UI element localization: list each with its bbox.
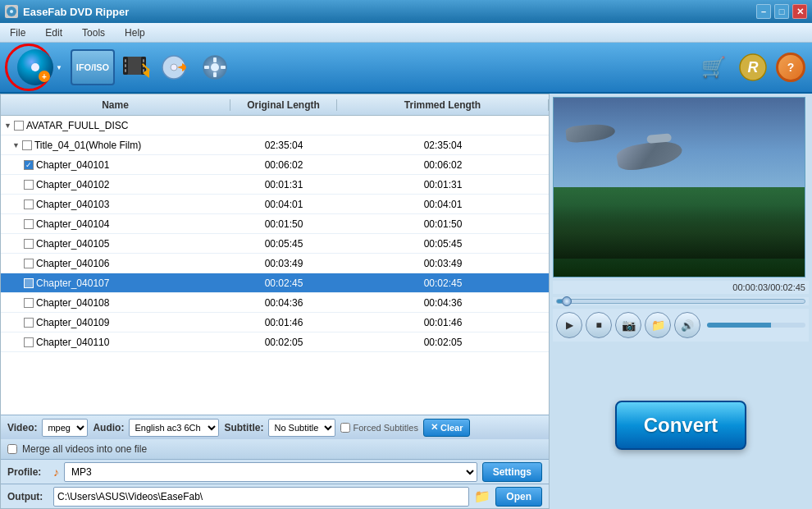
volume-icon: 🔊 [681,319,694,332]
tree-checkbox[interactable] [24,298,34,308]
subtitle-select[interactable]: No Subtitle Subtitle Forced Subtitles [268,419,335,437]
tree-checkbox[interactable] [24,278,34,288]
forced-subtitles-check[interactable]: Forced Subtitles [340,423,417,433]
forced-subtitles-label: Forced Subtitles [353,423,417,433]
forced-subtitles-checkbox[interactable] [340,423,350,433]
volume-button[interactable]: 🔊 [674,312,700,338]
tree-item-label: Chapter_040107 [36,277,109,289]
tree-checkbox[interactable] [24,219,34,229]
convert-button[interactable]: Convert [615,401,746,450]
tree-row[interactable]: Chapter_040108 00:04:36 00:04:36 [1,293,549,313]
right-panel: 00:00:03/00:02:45 ▶ ■ 📷 📁 🔊 [550,94,812,509]
media-controls-bar: Video: mpeg Audio: English ac3 6Ch Subti… [1,415,549,439]
audio-label: Audio: [93,422,124,433]
tree-cell-name: Chapter_040101 [1,159,230,171]
svg-rect-8 [143,59,144,62]
tree-rows-wrapper[interactable]: ▼ AVATAR_FUULL_DISC ▼ Title_04_01(Whole … [1,116,549,415]
dvd-load-button[interactable]: + ▼ [7,45,64,89]
video-select[interactable]: mpeg [42,419,88,437]
tree-cell-trimmed: 00:02:45 [337,277,549,289]
svg-point-16 [211,63,219,71]
merge-checkbox[interactable] [7,444,17,454]
app-title: EaseFab DVD Ripper [23,6,129,18]
expand-arrow[interactable]: ▼ [12,141,20,149]
settings-button[interactable]: Settings [482,462,542,482]
tree-row[interactable]: Chapter_040104 00:01:50 00:01:50 [1,214,549,234]
tree-row[interactable]: Chapter_040110 00:02:05 00:02:05 [1,332,549,352]
tree-item-label: Chapter_040101 [36,159,109,171]
tree-cell-trimmed: 00:04:36 [337,297,549,309]
tree-row[interactable]: Chapter_040102 00:01:31 00:01:31 [1,175,549,195]
tree-checkbox[interactable] [24,318,34,328]
tree-checkbox[interactable] [24,199,34,209]
tree-row[interactable]: Chapter_040101 00:06:02 00:06:02 [1,155,549,175]
profile-select[interactable]: MP3 [64,462,477,482]
tree-row[interactable]: Chapter_040109 00:01:46 00:01:46 [1,313,549,332]
tree-row[interactable]: Chapter_040105 00:05:45 00:05:45 [1,234,549,254]
open-button[interactable]: Open [495,487,542,507]
clear-label: Clear [440,423,463,433]
svg-rect-7 [125,69,126,72]
output-path-input[interactable] [53,487,469,507]
maximize-button[interactable]: □ [774,4,789,19]
subtitle-label: Subtitle: [224,422,263,433]
tree-cell-original: 00:03:49 [230,258,337,269]
tree-checkbox[interactable] [24,337,34,347]
close-button[interactable]: ✕ [792,4,807,19]
tree-checkbox[interactable] [14,121,24,131]
film-edit-icon [121,53,151,81]
tree-checkbox[interactable] [22,140,32,150]
tree-checkbox[interactable] [24,180,34,190]
svg-point-1 [10,10,13,13]
help-button[interactable]: ? [776,53,805,82]
clear-button[interactable]: ✕ Clear [423,419,471,437]
svg-rect-20 [221,66,226,69]
register-button[interactable]: R [737,51,769,84]
toolbar: + ▼ IFO/ISO [0,43,812,94]
ifo-iso-button[interactable]: IFO/ISO [71,49,115,85]
tree-row-selected[interactable]: Chapter_040107 00:02:45 00:02:45 [1,273,549,293]
audio-select[interactable]: English ac3 6Ch [129,419,219,437]
video-frame [554,98,805,277]
open-folder-button[interactable]: 📁 [645,312,671,338]
tree-item-label: Chapter_040103 [36,199,109,210]
play-button[interactable]: ▶ [556,312,582,338]
film-edit-button[interactable] [118,49,154,85]
menu-edit[interactable]: Edit [42,25,66,40]
volume-slider[interactable] [707,323,805,328]
tree-cell-name: ▼ AVATAR_FUULL_DISC [1,120,230,131]
dvd-convert-button[interactable] [157,49,194,85]
menu-file[interactable]: File [7,25,29,40]
tree-item-label: Chapter_040109 [36,317,109,328]
convert-area: Convert [553,345,809,506]
screenshot-button[interactable]: 📷 [615,312,641,338]
tree-row[interactable]: Chapter_040103 00:04:01 00:04:01 [1,195,549,214]
seek-bar-area[interactable] [553,297,809,305]
settings-button-toolbar[interactable] [197,49,233,85]
dvd-convert-icon [161,53,190,81]
dvd-plus-icon: + [39,71,50,82]
dvd-hole [31,63,39,71]
tree-row[interactable]: ▼ AVATAR_FUULL_DISC [1,116,549,135]
menu-tools[interactable]: Tools [79,25,108,40]
stop-button[interactable]: ■ [586,312,612,338]
tree-checkbox[interactable] [24,239,34,249]
shop-cart-button[interactable]: 🛒 [697,51,730,84]
tree-row[interactable]: ▼ Title_04_01(Whole Film) 02:35:04 02:35… [1,135,549,155]
tree-checkbox[interactable] [24,259,34,268]
expand-arrow[interactable]: ▼ [4,122,11,130]
folder-browse-icon[interactable]: 📁 [474,488,490,504]
tree-row[interactable]: Chapter_040106 00:03:49 00:03:49 [1,254,549,273]
svg-point-14 [171,64,177,71]
video-preview [553,97,805,277]
seek-bar-track[interactable] [556,299,805,304]
tree-item-label: Chapter_040108 [36,297,109,309]
menu-help[interactable]: Help [121,25,148,40]
tree-cell-name: Chapter_040104 [1,218,230,230]
tree-cell-name: Chapter_040107 [1,277,230,289]
minimize-button[interactable]: – [756,4,771,19]
seek-handle[interactable] [562,296,572,306]
dvd-dropdown-arrow[interactable]: ▼ [56,64,62,71]
tree-checkbox[interactable] [24,160,34,170]
tree-cell-name: Chapter_040103 [1,199,230,210]
